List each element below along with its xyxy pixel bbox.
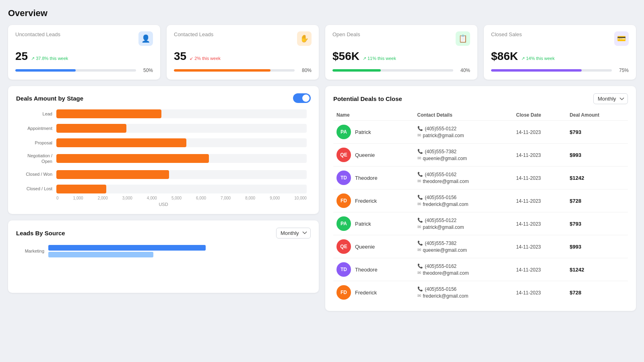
phone-icon-4: 📞 xyxy=(417,218,423,223)
phone-0: (405)555-0122 xyxy=(425,126,457,132)
stat-card-closed-sales: Closed Sales 💳 $86K ↗ 14% this week 75% xyxy=(484,25,636,80)
email-icon-4: ✉ xyxy=(417,224,421,230)
phone-icon-6: 📞 xyxy=(417,263,423,269)
deals-col-2: Close Date xyxy=(513,110,566,121)
card-trend-1: ↙ 2% this week xyxy=(190,56,221,61)
email-line-7: ✉ frederick@gmail.com xyxy=(417,293,510,299)
close-date-6: 14-11-2023 xyxy=(513,258,566,281)
close-date-val-7: 14-11-2023 xyxy=(516,290,541,296)
name-cell-1: QE Queenie xyxy=(333,144,414,167)
bar-label-2: Proposal xyxy=(20,140,52,146)
avatar-4: PA xyxy=(336,216,351,231)
bar-row-4: Closed / Won xyxy=(20,170,307,179)
card-trend-2: ↗ 11% this week xyxy=(363,56,396,61)
leads-source-dropdown[interactable]: MonthlyWeeklyYearly xyxy=(276,228,311,239)
progress-row-2: 40% xyxy=(332,68,470,73)
progress-bar-fill-0 xyxy=(15,69,76,72)
phone-line-3: 📞 (405)555-0156 xyxy=(417,195,510,200)
table-row[interactable]: PA Patrick 📞 (405)555-0122 ✉ patrick@gma… xyxy=(333,212,628,235)
deal-amount-val-2: $1242 xyxy=(570,175,584,181)
phone-icon-7: 📞 xyxy=(417,286,423,292)
bar-fill-3 xyxy=(56,154,209,163)
phone-5: (405)555-7382 xyxy=(425,241,457,246)
bar-label-5: Closed / Lost xyxy=(20,186,52,191)
contact-name-1: Queenie xyxy=(355,152,375,158)
card-label-2: Open Deals xyxy=(332,31,360,37)
progress-bar-bg-0 xyxy=(15,69,136,72)
progress-bar-fill-1 xyxy=(174,69,270,72)
card-value-0: 25 xyxy=(15,50,28,63)
card-header-1: Contacted Leads ✋ xyxy=(174,31,312,46)
bar-axis: 01,0002,0003,0004,0005,0006,0007,0008,00… xyxy=(56,196,307,200)
table-row[interactable]: TD Theodore 📞 (405)555-0162 ✉ theodore@g… xyxy=(333,258,628,281)
progress-row-0: 50% xyxy=(15,68,153,73)
potential-deals-card: Potential Deals to Close MonthlyWeeklyYe… xyxy=(325,86,636,311)
table-row[interactable]: PA Patrick 📞 (405)555-0122 ✉ patrick@gma… xyxy=(333,121,628,144)
table-row[interactable]: FD Frederick 📞 (405)555-0156 ✉ frederick… xyxy=(333,281,628,304)
contact-details-inner-4: 📞 (405)555-0122 ✉ patrick@gmail.com xyxy=(417,218,510,230)
phone-icon-1: 📞 xyxy=(417,149,423,154)
avatar-0: PA xyxy=(336,125,351,139)
phone-icon-3: 📞 xyxy=(417,195,423,200)
name-cell-3: FD Frederick xyxy=(333,189,414,212)
axis-label-6: 6,000 xyxy=(196,196,206,200)
contact-details-inner-1: 📞 (405)555-7382 ✉ queenie@gmail.com xyxy=(417,149,510,161)
card-label-3: Closed Sales xyxy=(491,31,522,37)
email-icon-1: ✉ xyxy=(417,156,421,161)
source-row-marketing: Marketing xyxy=(16,245,311,257)
card-value-row-0: 25 ↗ 37.8% this week xyxy=(15,50,153,63)
potential-deals-dropdown[interactable]: MonthlyWeeklyYearly xyxy=(593,93,628,104)
card-value-3: $86K xyxy=(491,50,518,63)
contact-details-7: 📞 (405)555-0156 ✉ frederick@gmail.com xyxy=(414,281,513,304)
avatar-1: QE xyxy=(336,148,351,162)
table-row[interactable]: FD Frederick 📞 (405)555-0156 ✉ frederick… xyxy=(333,189,628,212)
card-value-row-3: $86K ↗ 14% this week xyxy=(491,50,629,63)
bar-label-3: Negotiation / Open xyxy=(20,153,52,165)
source-track-marketing xyxy=(48,245,311,257)
deal-amount-val-4: $793 xyxy=(570,221,581,227)
phone-1: (405)555-7382 xyxy=(425,149,457,154)
contact-details-3: 📞 (405)555-0156 ✉ frederick@gmail.com xyxy=(414,189,513,212)
close-date-val-6: 14-11-2023 xyxy=(516,267,541,273)
potential-deals-title: Potential Deals to Close xyxy=(333,95,402,102)
axis-label-7: 7,000 xyxy=(221,196,231,200)
contact-details-1: 📞 (405)555-7382 ✉ queenie@gmail.com xyxy=(414,144,513,167)
deals-chart-toggle[interactable] xyxy=(293,93,311,103)
deal-amount-val-0: $793 xyxy=(570,129,581,135)
email-line-4: ✉ patrick@gmail.com xyxy=(417,224,510,230)
bar-label-1: Appointment xyxy=(20,125,52,131)
bar-track-1 xyxy=(56,124,307,133)
deal-amount-val-3: $728 xyxy=(570,198,581,204)
deal-amount-val-6: $1242 xyxy=(570,267,584,273)
deal-amount-2: $1242 xyxy=(566,167,628,189)
close-date-val-4: 14-11-2023 xyxy=(516,221,541,227)
card-header-3: Closed Sales 💳 xyxy=(491,31,629,46)
email-0: patrick@gmail.com xyxy=(423,133,464,138)
email-icon-2: ✉ xyxy=(417,179,421,184)
table-row[interactable]: QE Queenie 📞 (405)555-7382 ✉ queenie@gma… xyxy=(333,144,628,167)
deal-amount-6: $1242 xyxy=(566,258,628,281)
deal-amount-val-1: $993 xyxy=(570,152,581,158)
phone-line-4: 📞 (405)555-0122 xyxy=(417,218,510,223)
deal-amount-7: $728 xyxy=(566,281,628,304)
name-cell-7: FD Frederick xyxy=(333,281,414,304)
table-row[interactable]: TD Theodore 📞 (405)555-0162 ✉ theodore@g… xyxy=(333,167,628,189)
bar-fill-5 xyxy=(56,185,106,193)
table-row[interactable]: QE Queenie 📞 (405)555-7382 ✉ queenie@gma… xyxy=(333,235,628,258)
avatar-5: QE xyxy=(336,239,351,254)
card-label-1: Contacted Leads xyxy=(174,31,213,37)
progress-bar-fill-2 xyxy=(332,69,381,72)
bar-row-0: Lead xyxy=(20,109,307,118)
phone-line-5: 📞 (405)555-7382 xyxy=(417,241,510,246)
name-cell-0: PA Patrick xyxy=(333,121,414,144)
leads-source-header: Leads By Source MonthlyWeeklyYearly xyxy=(16,228,311,239)
phone-line-0: 📞 (405)555-0122 xyxy=(417,126,510,132)
deals-chart-title: Deals Amount by Stage xyxy=(16,95,83,102)
email-line-5: ✉ queenie@gmail.com xyxy=(417,247,510,253)
deals-table-header-row: NameContact DetailsClose DateDeal Amount xyxy=(333,110,628,121)
leads-source-card: Leads By Source MonthlyWeeklyYearly Mark… xyxy=(8,220,319,293)
source-bar-marketing-2 xyxy=(48,252,153,257)
card-trend-3: ↗ 14% this week xyxy=(521,56,555,61)
contact-name-4: Patrick xyxy=(355,221,371,227)
contact-details-inner-6: 📞 (405)555-0162 ✉ theodore@gmail.com xyxy=(417,263,510,276)
